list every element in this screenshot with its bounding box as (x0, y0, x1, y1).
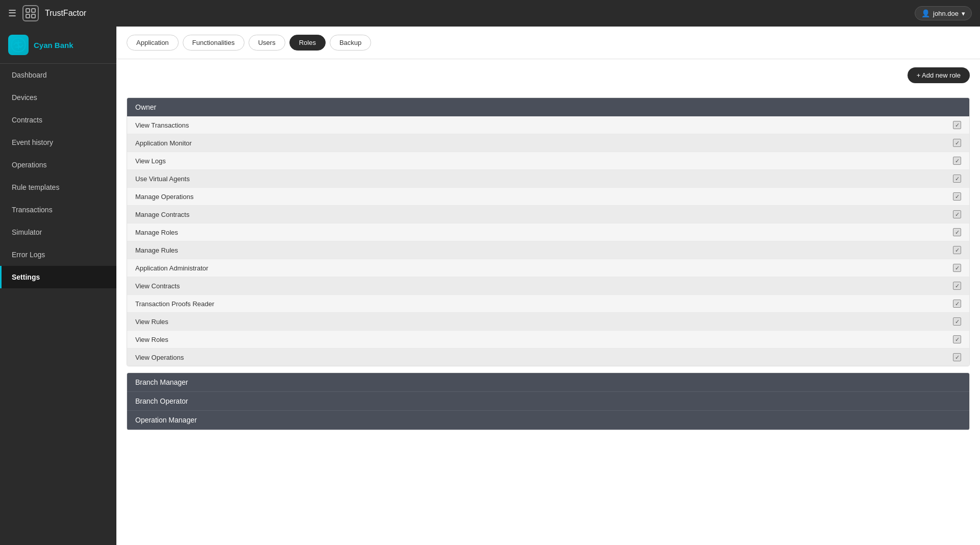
permission-name: Manage Roles (135, 229, 178, 236)
permission-checkbox[interactable]: ✓ (953, 175, 961, 183)
permission-name: Manage Rules (135, 246, 178, 254)
roles-content: + Add new role Owner View Transactions✓A… (116, 59, 980, 545)
permission-row: View Rules✓ (127, 313, 969, 331)
permission-name: View Contracts (135, 282, 180, 290)
app-logo (22, 5, 39, 21)
permission-name: View Rules (135, 318, 168, 326)
permission-name: Transaction Proofs Reader (135, 300, 214, 308)
user-icon: 👤 (921, 9, 930, 17)
permission-row: Application Monitor✓ (127, 134, 969, 152)
permission-checkbox[interactable]: ✓ (953, 139, 961, 147)
other-roles-section: Branch ManagerBranch OperatorOperation M… (127, 373, 970, 430)
permission-checkbox[interactable]: ✓ (953, 264, 961, 272)
permission-checkbox[interactable]: ✓ (953, 282, 961, 290)
svg-rect-0 (26, 9, 30, 12)
user-name: john.doe (933, 10, 959, 17)
topbar: ☰ TrustFactor 👤 john.doe ▾ (0, 0, 980, 27)
permission-name: Application Monitor (135, 139, 192, 147)
tab-users[interactable]: Users (249, 35, 285, 51)
permission-name: Application Administrator (135, 264, 208, 272)
sidebar-item-settings[interactable]: Settings (0, 266, 116, 288)
org-logo (8, 35, 29, 55)
sidebar-item-operations[interactable]: Operations (0, 154, 116, 176)
sidebar-item-dashboard[interactable]: Dashboard (0, 64, 116, 86)
permission-row: View Roles✓ (127, 331, 969, 349)
permission-row: Use Virtual Agents✓ (127, 170, 969, 188)
tab-roles[interactable]: Roles (289, 35, 326, 51)
permission-checkbox[interactable]: ✓ (953, 121, 961, 129)
permission-checkbox[interactable]: ✓ (953, 246, 961, 254)
org-name: Cyan Bank (34, 41, 74, 49)
sidebar-item-rule-templates[interactable]: Rule templates (0, 176, 116, 199)
svg-rect-3 (32, 14, 35, 18)
sidebar-item-devices[interactable]: Devices (0, 86, 116, 109)
permission-name: View Transactions (135, 121, 189, 129)
other-role-header[interactable]: Branch Operator (127, 392, 969, 411)
permission-checkbox[interactable]: ✓ (953, 300, 961, 308)
tab-backup[interactable]: Backup (330, 35, 371, 51)
owner-role-section: Owner View Transactions✓Application Moni… (127, 97, 970, 366)
app-name: TrustFactor (45, 9, 86, 18)
permission-checkbox[interactable]: ✓ (953, 192, 961, 201)
other-roles-list: Branch ManagerBranch OperatorOperation M… (127, 373, 969, 430)
sidebar: Cyan Bank DashboardDevicesContractsEvent… (0, 27, 116, 545)
other-role-header[interactable]: Branch Manager (127, 373, 969, 392)
permission-row: Manage Contracts✓ (127, 206, 969, 224)
content-area: ApplicationFunctionalitiesUsersRolesBack… (116, 27, 980, 545)
permission-name: Manage Contracts (135, 211, 189, 218)
permission-row: Manage Rules✓ (127, 241, 969, 259)
permission-checkbox[interactable]: ✓ (953, 353, 961, 361)
tabs-bar: ApplicationFunctionalitiesUsersRolesBack… (116, 27, 980, 59)
sidebar-item-error-logs[interactable]: Error Logs (0, 243, 116, 266)
org-header: Cyan Bank (0, 27, 116, 64)
svg-rect-2 (26, 14, 30, 18)
permission-row: View Operations✓ (127, 349, 969, 366)
permission-name: View Operations (135, 354, 184, 361)
permission-checkbox[interactable]: ✓ (953, 317, 961, 326)
permission-checkbox[interactable]: ✓ (953, 210, 961, 218)
permission-row: Manage Roles✓ (127, 224, 969, 241)
permission-name: Use Virtual Agents (135, 175, 190, 183)
tab-application[interactable]: Application (127, 35, 179, 51)
sidebar-item-simulator[interactable]: Simulator (0, 221, 116, 243)
owner-role-header: Owner (127, 98, 969, 116)
sidebar-item-transactions[interactable]: Transactions (0, 199, 116, 221)
chevron-down-icon: ▾ (962, 10, 965, 17)
permission-row: Transaction Proofs Reader✓ (127, 295, 969, 313)
permission-name: View Logs (135, 157, 166, 165)
sidebar-item-contracts[interactable]: Contracts (0, 109, 116, 131)
permission-row: Manage Operations✓ (127, 188, 969, 206)
permission-checkbox[interactable]: ✓ (953, 157, 961, 165)
permission-row: View Contracts✓ (127, 277, 969, 295)
permission-row: View Transactions✓ (127, 116, 969, 134)
svg-rect-1 (32, 9, 35, 12)
other-role-header[interactable]: Operation Manager (127, 411, 969, 430)
tab-functionalities[interactable]: Functionalities (183, 35, 244, 51)
hamburger-menu[interactable]: ☰ (8, 8, 16, 19)
permission-name: Manage Operations (135, 193, 193, 201)
tabs-container: ApplicationFunctionalitiesUsersRolesBack… (127, 35, 371, 51)
user-menu-button[interactable]: 👤 john.doe ▾ (915, 6, 972, 20)
permission-checkbox[interactable]: ✓ (953, 335, 961, 343)
sidebar-item-event-history[interactable]: Event history (0, 131, 116, 154)
add-new-role-button[interactable]: + Add new role (908, 67, 970, 83)
permission-row: Application Administrator✓ (127, 259, 969, 277)
nav-menu: DashboardDevicesContractsEvent historyOp… (0, 64, 116, 288)
permission-row: View Logs✓ (127, 152, 969, 170)
permissions-list: View Transactions✓Application Monitor✓Vi… (127, 116, 969, 366)
permission-checkbox[interactable]: ✓ (953, 228, 961, 236)
permission-name: View Roles (135, 336, 168, 343)
